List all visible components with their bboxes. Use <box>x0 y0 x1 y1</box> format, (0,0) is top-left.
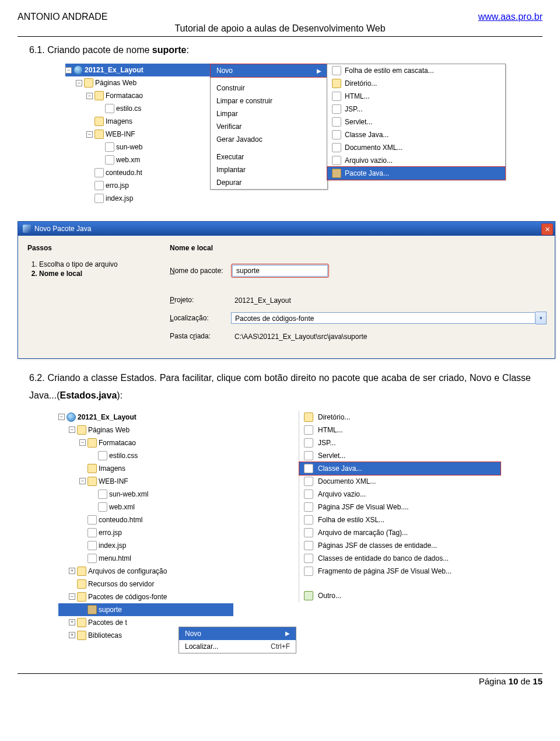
submenu-item[interactable]: Folha de estilo em cascata... <box>327 64 505 77</box>
jsp-icon <box>304 438 313 448</box>
tree-item[interactable]: −Formatacao <box>65 89 217 102</box>
tree-item[interactable]: erro.jsp <box>65 179 217 192</box>
step-2: Nome e local <box>39 270 156 278</box>
chevron-right-icon: ▶ <box>317 68 321 74</box>
file-type-item[interactable]: Arquivo vazio... <box>299 488 501 501</box>
file-type-item[interactable]: Servlet... <box>299 449 501 462</box>
folder-icon <box>77 631 86 640</box>
tree-item[interactable]: Recursos do servidor <box>58 578 233 590</box>
file-type-item[interactable]: Arquivo de marcação (Tag)... <box>299 526 501 539</box>
css-icon <box>105 104 114 113</box>
jsp-icon <box>332 104 341 114</box>
ctx-item[interactable]: Limpar e construir <box>211 95 327 107</box>
steps-title: Passos <box>27 244 156 252</box>
tree-item[interactable]: erro.jsp <box>58 526 233 539</box>
file-type-item[interactable]: Classes de entidade do banco de dados... <box>299 552 501 565</box>
tree-item[interactable]: −WEB-INF <box>65 128 217 141</box>
submenu-item[interactable]: Diretório... <box>327 77 505 90</box>
submenu-item[interactable]: JSP... <box>327 103 505 116</box>
chevron-down-icon[interactable]: ▾ <box>536 312 547 324</box>
xml-icon <box>332 143 341 152</box>
context-menu: Novo▶ Construir Limpar e construir Limpa… <box>210 64 328 190</box>
file-type-item-classe-java[interactable]: Classe Java... <box>299 462 501 476</box>
ctx2-item-localizar[interactable]: Localizar... Ctrl+F <box>179 640 296 653</box>
file-icon <box>332 156 341 165</box>
entity-db-icon <box>304 554 313 563</box>
file-icon <box>304 490 313 499</box>
dialog-title: Novo Pacote Java <box>34 225 91 233</box>
file-type-item-outro[interactable]: Outro... <box>299 589 501 602</box>
tree-item[interactable]: sun-web.xml <box>58 488 233 501</box>
ctx-item[interactable]: Gerar Javadoc <box>211 133 327 146</box>
tree-project-root[interactable]: −20121_Ex_Layout <box>58 411 233 424</box>
file-type-item[interactable]: Páginas JSF de classes de entidade... <box>299 539 501 552</box>
xml-icon <box>98 490 107 499</box>
doc-subtitle: Tutorial de apoio a aulas de Desenvolvim… <box>18 23 542 34</box>
folder-icon <box>94 117 104 126</box>
tree-item[interactable]: estilo.cs <box>65 102 217 115</box>
site-url[interactable]: www.aas.pro.br <box>478 12 542 22</box>
step-1: Escolha o tipo de arquivo <box>39 260 156 268</box>
tree-item[interactable]: −WEB-INF <box>58 475 233 488</box>
tree-item-suporte[interactable]: suporte <box>58 603 233 616</box>
file-type-item[interactable]: JSP... <box>299 436 501 449</box>
html-icon <box>94 168 104 177</box>
tree-item[interactable]: −Formatacao <box>58 436 233 449</box>
tree-project-root[interactable]: − 20121_Ex_Layout <box>65 64 217 76</box>
xml-icon <box>105 142 114 152</box>
tree-item[interactable]: web.xml <box>58 501 233 513</box>
file-type-item[interactable]: Fragmento de página JSF de Visual Web... <box>299 565 501 578</box>
input-nome-pacote[interactable] <box>232 265 328 277</box>
file-type-item[interactable]: Folha de estilo XSL... <box>299 513 501 526</box>
xml-icon <box>105 155 114 165</box>
file-type-item[interactable]: Página JSF de Visual Web.... <box>299 501 501 513</box>
ctx-item-novo[interactable]: Novo▶ <box>210 64 328 78</box>
tree-item[interactable]: conteudo.ht <box>65 166 217 179</box>
folder-icon <box>77 618 86 627</box>
tree-item[interactable]: index.jsp <box>65 192 217 205</box>
dialog-titlebar[interactable]: Novo Pacote Java <box>18 222 555 236</box>
combo-localizacao[interactable]: Pacotes de códigos-fonte <box>231 312 536 324</box>
ctx-item[interactable]: Implantar <box>211 163 327 176</box>
tree-item[interactable]: +Arquivos de configuração <box>58 565 233 578</box>
shortcut-label: Ctrl+F <box>271 642 290 651</box>
tree-item[interactable]: web.xm <box>65 153 217 166</box>
tree-item[interactable]: −Páginas Web <box>65 76 217 89</box>
tree-item[interactable]: Imagens <box>65 115 217 128</box>
globe-icon <box>66 413 76 422</box>
ctx-item[interactable]: Construir <box>211 82 327 95</box>
submenu-item[interactable]: HTML... <box>327 90 505 103</box>
close-button[interactable]: ✕ <box>541 223 553 235</box>
tree-item[interactable]: index.jsp <box>58 539 233 552</box>
tree-item[interactable]: sun-web <box>65 141 217 153</box>
submenu-item[interactable]: Servlet... <box>327 116 505 128</box>
page-number: Página 10 de 15 <box>18 676 542 686</box>
css-icon <box>98 451 107 460</box>
ctx-item[interactable]: Depurar <box>211 176 327 189</box>
file-type-item[interactable]: Documento XML... <box>299 475 501 488</box>
ctx-item[interactable]: Limpar <box>211 107 327 120</box>
folder-icon <box>77 592 86 602</box>
submenu-item[interactable]: Arquivo vazio... <box>327 154 505 167</box>
tree-item[interactable]: −Pacotes de códigos-fonte <box>58 590 233 603</box>
jsp-icon <box>94 181 104 190</box>
ctx2-item-novo[interactable]: Novo ▶ <box>179 627 296 640</box>
submenu-item[interactable]: Documento XML... <box>327 141 505 154</box>
jsp-icon <box>88 541 97 550</box>
file-type-item[interactable]: Diretório... <box>299 411 501 424</box>
file-type-item[interactable]: HTML... <box>299 424 501 436</box>
xsl-icon <box>304 515 313 525</box>
ctx-item[interactable]: Executar <box>211 151 327 163</box>
tree-item[interactable]: menu.html <box>58 552 233 565</box>
submenu-item-pacote-java[interactable]: Pacote Java... <box>327 166 506 180</box>
tree-item[interactable]: Imagens <box>58 462 233 475</box>
context-menu-2: Novo ▶ Localizar... Ctrl+F <box>178 627 296 653</box>
tree-item[interactable]: conteudo.html <box>58 513 233 526</box>
tree-item[interactable]: −Páginas Web <box>58 424 233 436</box>
tree-item[interactable]: estilo.css <box>58 449 233 462</box>
ctx-item[interactable]: Verificar <box>211 120 327 133</box>
java-class-icon <box>332 130 341 139</box>
new-package-dialog: Novo Pacote Java ✕ Passos Escolha o tipo… <box>18 221 555 359</box>
servlet-icon <box>332 117 341 127</box>
submenu-item[interactable]: Classe Java... <box>327 128 505 141</box>
